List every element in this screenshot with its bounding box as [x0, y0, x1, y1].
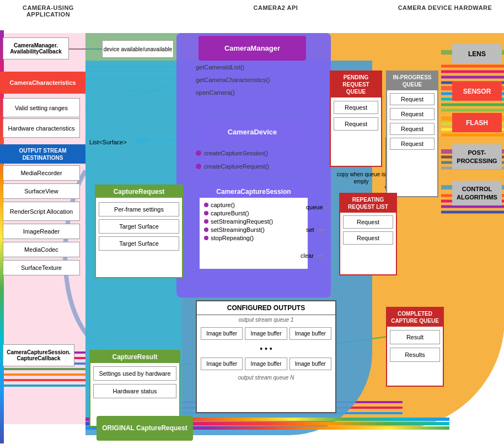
render-script-allocation: RenderScript Allocation	[3, 202, 80, 221]
surface-view: SurfaceView	[3, 183, 80, 199]
flash-label: FLASH	[452, 113, 502, 132]
col-header-2: CAMERA2 API	[199, 4, 353, 11]
get-camera-characteristics: getCameraCharacteristics()	[196, 74, 317, 85]
in-progress-queue: IN-PROGRESS QUEUE Request Request Reques…	[386, 71, 438, 197]
col-header-3: CAMERA DEVICE HARDWARE	[386, 4, 504, 11]
lens-label: LENS	[452, 44, 502, 63]
valid-setting-ranges: Valid setting ranges	[3, 98, 80, 117]
list-surface-label: List<Surface>	[89, 137, 133, 147]
capture-request-box: CaptureRequest Per-frame settings Target…	[95, 185, 183, 278]
completed-capture-queue: COMPLETED CAPTURE QUEUE Result Results	[386, 307, 444, 387]
configured-outputs-box: CONFIGURED OUTPUTS output stream queue 1…	[196, 300, 336, 413]
device-available-label: device available/unavailable	[102, 40, 174, 58]
capture-session-callback-label: CameraCaptureSession. CaptureCallback	[3, 344, 74, 366]
camera-device-box: CameraDevice	[199, 120, 306, 143]
camera-manager-box: CameraManager	[199, 36, 306, 61]
camera-capture-session-box: CameraCaptureSession capture() captureBu…	[199, 185, 309, 270]
copy-when-queue-empty: copy when queue is empty	[331, 171, 392, 188]
original-capture-request: ORIGINAL CaptureRequest	[96, 416, 193, 441]
create-capture-request: createCaptureRequest()	[196, 161, 312, 172]
diagram-container: CAMERA-USING APPLICATION CAMERA2 API CAM…	[0, 0, 504, 444]
queue-label: queue →	[306, 204, 331, 210]
get-camera-id-list: getCameraIdList()	[196, 62, 306, 73]
hardware-characteristics: Hardware characteristics	[3, 118, 80, 138]
surface-texture: SurfaceTexture	[3, 260, 80, 275]
repeating-request-list: REPEATING REQUEST LIST Request Request	[339, 193, 397, 275]
post-processing-label: POST- PROCESSING	[452, 144, 502, 169]
create-capture-session: createCaptureSession()	[196, 148, 312, 159]
image-reader: ImageReader	[3, 224, 80, 239]
camera-manager-callback: CameraManager. AvailabilityCallback	[3, 37, 69, 59]
col-header-1: CAMERA-USING APPLICATION	[6, 4, 91, 18]
open-camera: openCamera()	[196, 87, 306, 98]
capture-result-box: CaptureResult Settings used by hardware …	[89, 350, 180, 427]
set-label: set →	[306, 225, 325, 235]
control-algorithms-label: CONTROL ALGORITHMS	[452, 181, 502, 205]
clear-label: clear →	[301, 251, 324, 261]
pending-request-queue: PENDING REQUEST QUEUE Request Request	[330, 71, 382, 167]
media-recorder: MediaRecorder	[3, 165, 80, 181]
media-codec: MediaCodec	[3, 242, 80, 257]
camera-characteristics-box: CameraCharacteristics	[0, 72, 85, 94]
sensor-label: SENSOR	[452, 82, 502, 101]
output-stream-title: OUTPUT STREAM DESTINATIONS	[0, 144, 85, 164]
